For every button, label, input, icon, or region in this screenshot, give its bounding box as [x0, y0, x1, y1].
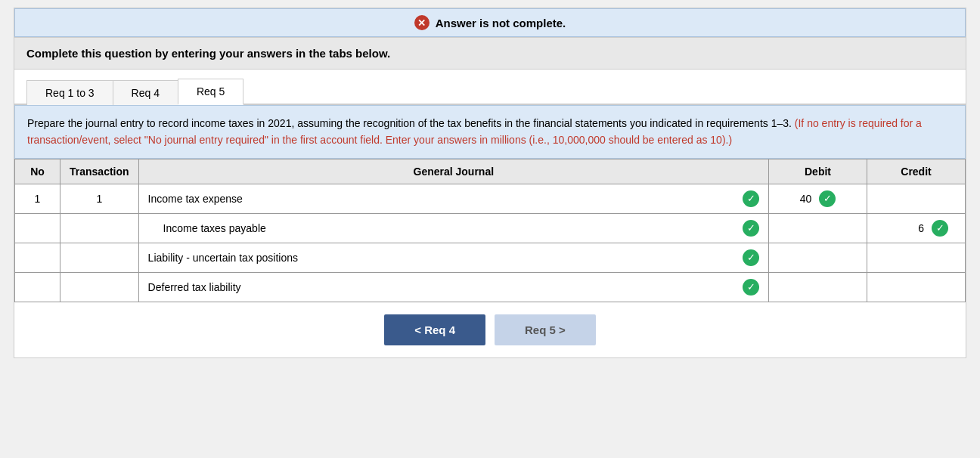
- cell-debit: [769, 272, 867, 302]
- table-row: Deferred tax liability✓: [15, 272, 966, 302]
- debit-value: 40: [800, 193, 812, 205]
- credit-check-icon: ✓: [932, 220, 948, 237]
- journal-text: Deferred tax liability: [148, 281, 738, 293]
- col-header-no: No: [15, 159, 60, 184]
- tab-req1to3[interactable]: Req 1 to 3: [26, 80, 113, 105]
- journal-text: Income taxes payable: [148, 222, 738, 234]
- journal-check-icon: ✓: [743, 249, 759, 266]
- instruction-text: Complete this question by entering your …: [26, 47, 390, 60]
- next-button[interactable]: Req 5 >: [495, 314, 596, 345]
- cell-no: [15, 243, 60, 272]
- tab-req4[interactable]: Req 4: [113, 80, 178, 105]
- alert-text: Answer is not complete.: [436, 17, 566, 29]
- cell-journal: Income taxes payable✓: [138, 213, 768, 243]
- debit-check-icon: ✓: [819, 190, 836, 207]
- cell-transaction: [60, 243, 139, 272]
- col-header-credit: Credit: [867, 159, 966, 184]
- credit-value: 6: [918, 222, 924, 234]
- col-header-transaction: Transaction: [60, 159, 139, 184]
- cell-no: 1: [15, 184, 60, 213]
- tab-req5[interactable]: Req 5: [178, 79, 243, 105]
- cell-transaction: [60, 272, 139, 302]
- instruction-bar: Complete this question by entering your …: [14, 37, 966, 70]
- cell-debit: [769, 213, 867, 243]
- table-row: 11Income tax expense✓40✓: [15, 184, 966, 213]
- journal-text: Liability - uncertain tax positions: [148, 252, 738, 264]
- table-row: Liability - uncertain tax positions✓: [15, 243, 966, 272]
- cell-no: [15, 272, 60, 302]
- cell-journal: Liability - uncertain tax positions✓: [138, 243, 768, 272]
- tabs-container: Req 1 to 3 Req 4 Req 5: [14, 70, 966, 105]
- cell-debit: 40✓: [769, 184, 867, 213]
- description-area: Prepare the journal entry to record inco…: [14, 105, 966, 159]
- table-row: Income taxes payable✓6✓: [15, 213, 966, 243]
- col-header-journal: General Journal: [138, 159, 768, 184]
- cell-transaction: 1: [60, 184, 139, 213]
- cell-journal: Deferred tax liability✓: [138, 272, 768, 302]
- journal-table: No Transaction General Journal Debit Cre…: [14, 159, 966, 302]
- cell-no: [15, 213, 60, 243]
- journal-check-icon: ✓: [743, 279, 759, 296]
- main-container: ✕ Answer is not complete. Complete this …: [14, 8, 966, 358]
- cell-credit: [867, 184, 966, 213]
- cell-debit: [769, 243, 867, 272]
- footer-buttons: < Req 4 Req 5 >: [14, 302, 966, 357]
- prev-button[interactable]: < Req 4: [384, 314, 485, 345]
- journal-check-icon: ✓: [743, 220, 759, 237]
- error-icon: ✕: [414, 15, 430, 30]
- table-wrapper: No Transaction General Journal Debit Cre…: [14, 159, 966, 302]
- col-header-debit: Debit: [769, 159, 867, 184]
- cell-journal: Income tax expense✓: [138, 184, 768, 213]
- alert-bar: ✕ Answer is not complete.: [14, 8, 966, 37]
- cell-credit: 6✓: [867, 213, 966, 243]
- journal-text: Income tax expense: [148, 193, 738, 205]
- cell-transaction: [60, 213, 139, 243]
- cell-credit: [867, 243, 966, 272]
- cell-credit: [867, 272, 966, 302]
- journal-check-icon: ✓: [743, 190, 759, 207]
- description-black: Prepare the journal entry to record inco…: [27, 117, 792, 129]
